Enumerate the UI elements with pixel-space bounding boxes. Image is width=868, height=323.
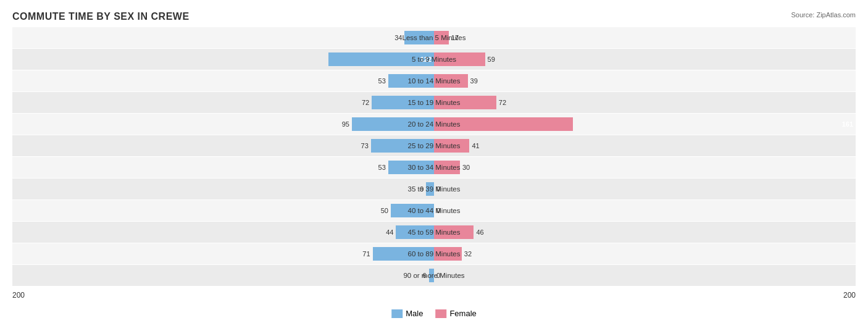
table-row: 10 to 14 Minutes5339: [12, 70, 856, 91]
bar-male: [352, 117, 434, 131]
source-text: Source: ZipAtlas.com: [791, 11, 856, 19]
bar-female: [434, 31, 449, 44]
bar-male: [388, 74, 434, 88]
value-male: 6: [422, 272, 426, 279]
table-row: 20 to 24 Minutes95161: [12, 114, 856, 135]
value-female: 59: [488, 56, 495, 63]
table-row: 15 to 19 Minutes7272: [12, 92, 856, 113]
value-female: 0: [436, 185, 440, 193]
legend: Male Female: [391, 309, 477, 318]
value-female: 17: [451, 34, 459, 41]
value-female: 39: [470, 77, 478, 85]
value-female: 72: [499, 99, 506, 106]
bar-male: [388, 161, 434, 174]
legend-male-label: Male: [406, 309, 423, 318]
axis-left: 200: [12, 291, 25, 300]
bar-female: [434, 247, 462, 261]
legend-female: Female: [435, 309, 476, 318]
value-male: 72: [362, 99, 369, 106]
legend-male: Male: [391, 309, 423, 318]
bar-female: [434, 161, 460, 174]
value-male: 50: [381, 207, 388, 214]
female-swatch: [435, 309, 446, 318]
table-row: 25 to 29 Minutes7341: [12, 135, 856, 156]
bars-area: Less than 5 Minutes34175 to 9 Minutes122…: [12, 27, 856, 271]
male-swatch: [391, 309, 403, 318]
value-female: 161: [842, 120, 853, 128]
value-male: 73: [361, 142, 369, 149]
bar-female: [434, 225, 474, 239]
legend-female-label: Female: [449, 309, 476, 318]
bar-male: [426, 182, 434, 196]
value-female: 0: [436, 207, 440, 214]
value-female: 30: [462, 164, 470, 171]
value-female: 41: [472, 142, 479, 149]
table-row: 90 or more Minutes60: [12, 265, 856, 286]
table-row: 60 to 89 Minutes7132: [12, 243, 856, 264]
row-label: 35 to 39 Minutes: [407, 185, 460, 193]
table-row: 5 to 9 Minutes12259: [12, 49, 856, 70]
table-row: 40 to 44 Minutes500: [12, 200, 856, 221]
chart-container: COMMUTE TIME BY SEX IN CREWE Source: Zip…: [0, 0, 868, 323]
axis-right: 200: [843, 291, 856, 300]
value-male: 122: [420, 56, 432, 63]
bar-male: [328, 52, 434, 66]
value-male: 53: [378, 77, 386, 85]
value-female: 0: [436, 272, 440, 279]
bar-male: [371, 139, 434, 153]
bar-male: [373, 247, 434, 261]
bar-female: [434, 52, 485, 66]
value-female: 32: [464, 250, 472, 258]
value-male: 34: [394, 34, 402, 41]
bar-female: [434, 139, 469, 153]
value-female: 46: [476, 229, 483, 236]
bar-female: [434, 74, 468, 88]
table-row: 30 to 34 Minutes5330: [12, 157, 856, 178]
value-male: 9: [420, 185, 424, 193]
table-row: 45 to 59 Minutes4446: [12, 222, 856, 243]
bar-male: [396, 225, 434, 239]
value-male: 95: [342, 120, 349, 128]
table-row: Less than 5 Minutes3417: [12, 27, 856, 48]
value-male: 53: [378, 164, 386, 171]
table-row: 35 to 39 Minutes90: [12, 178, 856, 199]
bar-female: [434, 117, 573, 131]
value-male: 71: [362, 250, 370, 258]
value-male: 44: [386, 229, 393, 236]
bar-male: [372, 96, 434, 109]
bar-male: [404, 31, 434, 44]
bar-male: [391, 204, 434, 217]
bar-female: [434, 96, 496, 109]
chart-title: COMMUTE TIME BY SEX IN CREWE: [12, 11, 856, 22]
row-label: 90 or more Minutes: [403, 272, 464, 279]
bar-male: [429, 269, 434, 282]
